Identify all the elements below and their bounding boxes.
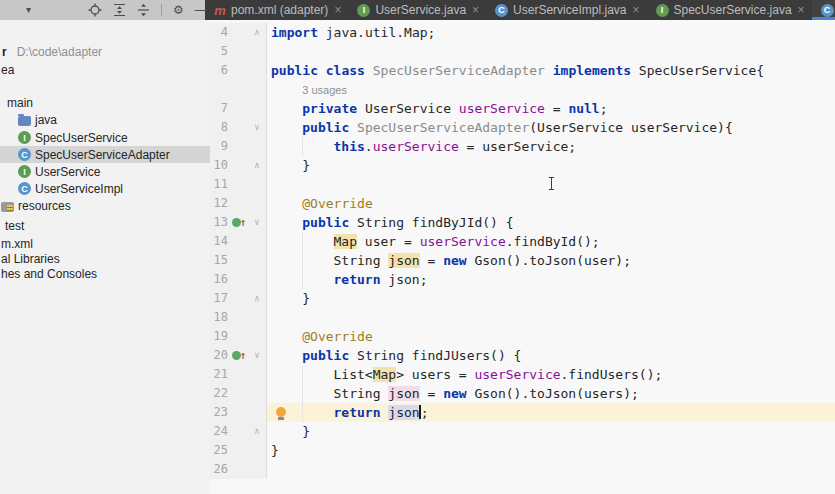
line-number[interactable]: 24 — [210, 422, 228, 441]
tree-item-main-folder[interactable]: main — [7, 94, 33, 111]
project-tree-panel[interactable]: rD:\code\adaptereamainjavaISpecUserServi… — [0, 20, 211, 494]
code-line-6[interactable]: 6public class SpecUserServiceAdapter imp… — [210, 61, 835, 80]
code-text[interactable]: } — [267, 156, 835, 175]
expand-all-icon[interactable] — [113, 3, 126, 17]
editor-tab-specuserservice-java[interactable]: ISpecUserService.java× — [647, 0, 812, 20]
fold-marker-icon[interactable]: ∧ — [250, 422, 264, 441]
code-line-7[interactable]: 7private UserService userService = null; — [210, 99, 835, 118]
tree-item-user-service-impl[interactable]: CUserServiceImpl — [18, 180, 123, 197]
code-line-11[interactable]: 11 — [210, 175, 835, 194]
code-text[interactable]: private UserService userService = null; — [267, 99, 835, 118]
code-text[interactable]: String json = new Gson().toJson(user); — [267, 251, 835, 270]
code-line-4[interactable]: 4∧import java.util.Map; — [210, 23, 835, 42]
code-line-10[interactable]: 10∧} — [210, 156, 835, 175]
line-number[interactable]: 17 — [210, 289, 228, 308]
editor-tab-userserviceimpl-java[interactable]: CUserServiceImpl.java× — [486, 0, 646, 20]
line-number[interactable] — [210, 80, 228, 99]
code-text[interactable]: 3 usages — [267, 80, 835, 99]
tab-close-icon[interactable]: × — [798, 3, 805, 17]
code-line-5[interactable]: 5 — [210, 42, 835, 61]
tree-item-resources-folder[interactable]: resources — [1, 197, 71, 214]
line-number[interactable]: 18 — [210, 308, 228, 327]
code-text[interactable]: } — [267, 422, 835, 441]
code-line-19[interactable]: 19@Override — [210, 327, 835, 346]
line-number[interactable]: 12 — [210, 194, 228, 213]
code-line-14[interactable]: 14Map user = userService.findById(); — [210, 232, 835, 251]
code-text[interactable]: @Override — [267, 327, 835, 346]
line-number[interactable]: 20 — [210, 346, 228, 365]
line-number[interactable]: 22 — [210, 384, 228, 403]
code-text[interactable]: String json = new Gson().toJson(users); — [267, 384, 835, 403]
collapse-all-icon[interactable] — [137, 3, 150, 17]
code-text[interactable] — [267, 308, 835, 327]
tree-item-java-folder[interactable]: java — [18, 111, 57, 128]
override-method-icon[interactable]: ↑ — [228, 346, 250, 365]
tree-item-user-service[interactable]: IUserService — [18, 163, 100, 180]
code-text[interactable] — [267, 42, 835, 61]
tree-item-idea-folder[interactable]: ea — [1, 61, 14, 78]
code-line-13[interactable]: 13↑∨public String findByJId() { — [210, 213, 835, 232]
line-number[interactable]: 5 — [210, 42, 228, 61]
tree-item-test-folder[interactable]: test — [5, 217, 24, 234]
fold-marker-icon[interactable]: ∧ — [250, 289, 264, 308]
line-number[interactable]: 16 — [210, 270, 228, 289]
code-line-12[interactable]: 12@Override — [210, 194, 835, 213]
code-text[interactable] — [267, 460, 835, 479]
code-line-25[interactable]: 25} — [210, 441, 835, 460]
locate-file-icon[interactable] — [88, 3, 102, 17]
fold-marker-icon[interactable]: ∧ — [250, 156, 264, 175]
tree-item-spec-user-service-adapter[interactable]: CSpecUserServiceAdapter — [0, 146, 211, 163]
code-editor[interactable]: 4∧import java.util.Map;56public class Sp… — [210, 20, 835, 494]
tree-item-scratches-and-consoles[interactable]: hes and Consoles — [1, 265, 97, 282]
code-text[interactable]: @Override — [267, 194, 835, 213]
line-number[interactable]: 6 — [210, 61, 228, 80]
fold-marker-icon[interactable]: ∧ — [250, 23, 264, 42]
code-text[interactable]: import java.util.Map; — [267, 23, 835, 42]
code-text[interactable]: } — [267, 441, 835, 460]
code-line-23[interactable]: 23return json; — [210, 403, 835, 422]
code-line-18[interactable]: 18 — [210, 308, 835, 327]
tree-item-spec-user-service[interactable]: ISpecUserService — [18, 129, 128, 146]
fold-marker-icon[interactable]: ∨ — [250, 213, 264, 232]
code-text[interactable]: this.userService = userService; — [267, 137, 835, 156]
code-line-8[interactable]: 8∨public SpecUserServiceAdapter(UserServ… — [210, 118, 835, 137]
line-number[interactable]: 14 — [210, 232, 228, 251]
tab-close-icon[interactable]: × — [472, 3, 479, 17]
line-number[interactable]: 21 — [210, 365, 228, 384]
tab-close-icon[interactable]: × — [334, 3, 341, 17]
line-number[interactable]: 4 — [210, 23, 228, 42]
tab-close-icon[interactable]: × — [632, 3, 639, 17]
line-number[interactable]: 15 — [210, 251, 228, 270]
line-number[interactable]: 9 — [210, 137, 228, 156]
line-number[interactable]: 10 — [210, 156, 228, 175]
tree-item-project-root[interactable]: rD:\code\adapter — [2, 43, 102, 60]
intention-bulb-icon[interactable] — [276, 407, 286, 417]
line-number[interactable]: 25 — [210, 441, 228, 460]
code-line-24[interactable]: 24∧} — [210, 422, 835, 441]
line-number[interactable]: 8 — [210, 118, 228, 137]
line-number[interactable]: 7 — [210, 99, 228, 118]
editor-tab-userservice-java[interactable]: IUserService.java× — [348, 0, 486, 20]
line-number[interactable]: 19 — [210, 327, 228, 346]
override-method-icon[interactable]: ↑ — [228, 213, 250, 232]
code-line-9[interactable]: 9this.userService = userService; — [210, 137, 835, 156]
code-text[interactable]: public String findByJId() { — [267, 213, 835, 232]
code-text[interactable]: public class SpecUserServiceAdapter impl… — [267, 61, 835, 80]
view-options-dropdown-icon[interactable]: ▾ — [26, 1, 31, 19]
code-text[interactable]: public String findJUsers() { — [267, 346, 835, 365]
fold-marker-icon[interactable]: ∨ — [250, 346, 264, 365]
code-text[interactable]: return json; — [267, 270, 835, 289]
code-text[interactable]: List<Map> users = userService.findUsers(… — [267, 365, 835, 384]
code-line-22[interactable]: 22String json = new Gson().toJson(users)… — [210, 384, 835, 403]
line-number[interactable]: 26 — [210, 460, 228, 479]
code-text[interactable]: Map user = userService.findById(); — [267, 232, 835, 251]
code-line-15[interactable]: 15String json = new Gson().toJson(user); — [210, 251, 835, 270]
editor-tab-pom-xml-adapter-[interactable]: mpom.xml (adapter)× — [205, 0, 348, 20]
code-line-17[interactable]: 17∧} — [210, 289, 835, 308]
code-text[interactable]: public SpecUserServiceAdapter(UserServic… — [267, 118, 835, 137]
code-text[interactable]: } — [267, 289, 835, 308]
line-number[interactable]: 11 — [210, 175, 228, 194]
code-text[interactable]: return json; — [267, 403, 835, 422]
settings-gear-icon[interactable]: ⚙ — [173, 0, 184, 20]
code-line-26[interactable]: 26 — [210, 460, 835, 479]
